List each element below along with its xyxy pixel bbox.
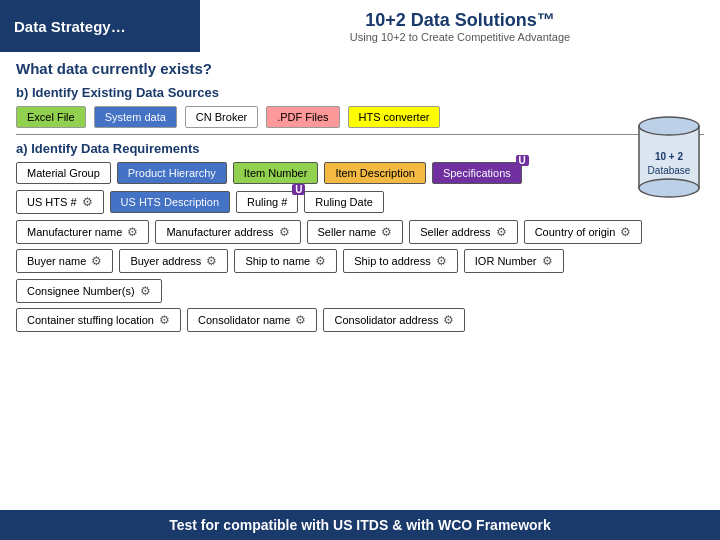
gear-icon-consol-addr: ⚙ [443,313,454,327]
badge-consolidator-name: Consolidator name ⚙ [187,308,317,332]
section-a: a) Identify Data Requirements Material G… [16,141,704,332]
badge-seller-address: Seller address ⚙ [409,220,517,244]
svg-text:10 + 2: 10 + 2 [655,151,684,162]
badge-ship-name: Ship to name ⚙ [234,249,337,273]
gear-icon-mfr-addr: ⚙ [279,225,290,239]
footer: Test for compatible with US ITDS & with … [0,510,720,540]
badge-ruling-num: Ruling # U [236,191,298,213]
source-system: System data [94,106,177,128]
footer-text: Test for compatible with US ITDS & with … [169,517,551,533]
badge-mfr-address: Manufacturer address ⚙ [155,220,300,244]
u-badge-ruling: U [292,184,305,195]
svg-point-2 [639,179,699,197]
gear-icon-hts: ⚙ [82,195,93,209]
page-heading: What data currently exists? [16,60,704,77]
badge-ruling-date: Ruling Date [304,191,383,213]
header-left: Data Strategy… [0,0,200,52]
svg-text:Database: Database [648,165,691,176]
badge-buyer-name: Buyer name ⚙ [16,249,113,273]
badge-ship-address: Ship to address ⚙ [343,249,458,273]
gear-icon-seller-addr: ⚙ [496,225,507,239]
badge-country-origin: Country of origin ⚙ [524,220,643,244]
gear-icon-ship-name: ⚙ [315,254,326,268]
gear-icon-country: ⚙ [620,225,631,239]
req-row-1: Material Group Product Hierarchy Item Nu… [16,162,704,184]
badge-container: Container stuffing location ⚙ [16,308,181,332]
source-hts: HTS converter [348,106,441,128]
source-cn: CN Broker [185,106,258,128]
gear-icon-seller-name: ⚙ [381,225,392,239]
section-b: b) Identify Existing Data Sources Excel … [16,85,704,128]
badge-mfr-name: Manufacturer name ⚙ [16,220,149,244]
badge-us-hts-desc: US HTS Description [110,191,230,213]
source-pdf: .PDF Files [266,106,339,128]
section-b-label: b) Identify Existing Data Sources [16,85,704,100]
source-excel: Excel File [16,106,86,128]
req-row-2: US HTS # ⚙ US HTS Description Ruling # U… [16,190,704,214]
badge-consignee: Consignee Number(s) ⚙ [16,279,162,303]
gear-icon-mfr-name: ⚙ [127,225,138,239]
gear-icon-ship-addr: ⚙ [436,254,447,268]
section-a-label: a) Identify Data Requirements [16,141,704,156]
badge-consolidator-address: Consolidator address ⚙ [323,308,465,332]
badge-buyer-address: Buyer address ⚙ [119,249,228,273]
main-content: What data currently exists? b) Identify … [0,52,720,345]
header: Data Strategy… 10+2 Data Solutions™ Usin… [0,0,720,52]
badge-item-number: Item Number [233,162,319,184]
header-left-title: Data Strategy… [14,18,126,35]
gear-icon-ior: ⚙ [542,254,553,268]
gear-icon-consignee: ⚙ [140,284,151,298]
badge-product-hierarchy: Product Hierarchy [117,162,227,184]
section-divider [16,134,704,135]
gear-icon-consol-name: ⚙ [295,313,306,327]
badge-material-group: Material Group [16,162,111,184]
svg-point-1 [639,117,699,135]
header-right: 10+2 Data Solutions™ Using 10+2 to Creat… [200,0,720,52]
database-cylinder: 10 + 2 Database [634,112,704,197]
gear-icon-container: ⚙ [159,313,170,327]
badge-item-description: Item Description [324,162,425,184]
req-row-4: Buyer name ⚙ Buyer address ⚙ Ship to nam… [16,249,704,303]
gear-icon-buyer-name: ⚙ [91,254,102,268]
gear-icon-buyer-addr: ⚙ [206,254,217,268]
req-row-5: Container stuffing location ⚙ Consolidat… [16,308,704,332]
header-subtitle: Using 10+2 to Create Competitive Advanta… [216,31,704,43]
header-title: 10+2 Data Solutions™ [216,10,704,31]
badge-us-hts: US HTS # ⚙ [16,190,104,214]
u-badge-specifications: U [516,155,529,166]
badge-seller-name: Seller name ⚙ [307,220,404,244]
badge-specifications: Specifications U [432,162,522,184]
req-row-3: Manufacturer name ⚙ Manufacturer address… [16,220,704,244]
sources-row: Excel File System data CN Broker .PDF Fi… [16,106,704,128]
badge-ior-number: IOR Number ⚙ [464,249,564,273]
